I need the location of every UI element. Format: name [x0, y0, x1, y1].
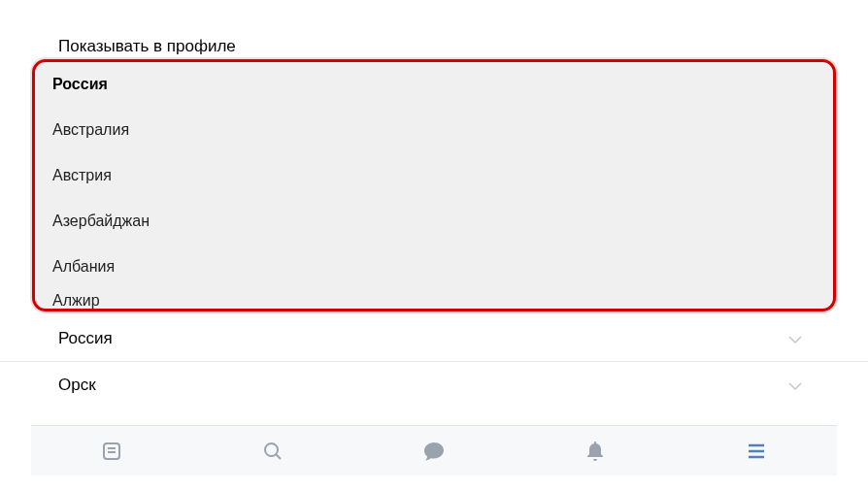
search-icon[interactable] — [260, 439, 285, 464]
notifications-icon[interactable] — [583, 439, 608, 464]
dropdown-item-australia[interactable]: Австралия — [35, 108, 833, 153]
news-icon[interactable] — [99, 439, 124, 464]
dropdown-item-austria[interactable]: Австрия — [35, 153, 833, 199]
country-select[interactable]: Россия — [0, 315, 868, 362]
svg-point-3 — [265, 443, 278, 456]
dropdown-item-label: Азербайджан — [52, 213, 150, 230]
dropdown-item-label: Россия — [52, 76, 108, 93]
menu-icon[interactable] — [744, 439, 769, 464]
chevron-down-icon — [788, 377, 802, 393]
bottom-nav — [31, 425, 837, 475]
city-select[interactable]: Орск — [0, 362, 868, 409]
country-dropdown: Россия Австралия Австрия Азербайджан Алб… — [32, 59, 836, 311]
dropdown-item-label: Австрия — [52, 167, 112, 184]
dropdown-item-azerbaijan[interactable]: Азербайджан — [35, 199, 833, 245]
dropdown-item-label: Австралия — [52, 121, 129, 139]
chevron-down-icon — [788, 331, 802, 346]
dropdown-item-label: Алжир — [52, 292, 100, 310]
messages-icon[interactable] — [421, 439, 447, 464]
city-value: Орск — [58, 376, 96, 395]
dropdown-item-albania[interactable]: Албания — [35, 245, 833, 290]
country-value: Россия — [58, 329, 113, 348]
dropdown-item-russia[interactable]: Россия — [35, 62, 833, 108]
dropdown-item-algeria[interactable]: Алжир — [35, 290, 833, 310]
svg-line-4 — [277, 454, 282, 459]
show-in-profile-label: Показывать в профиле — [58, 37, 236, 56]
dropdown-item-label: Албания — [52, 258, 115, 276]
